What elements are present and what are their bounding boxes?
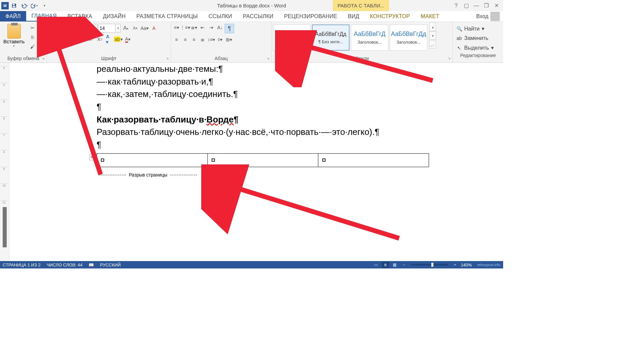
multilevel-list-button[interactable]: ≣▾ <box>190 24 198 31</box>
styles-scroll-down[interactable]: ▾ <box>429 31 436 40</box>
restore-button[interactable]: ❐ <box>482 1 491 10</box>
style-heading-2[interactable]: АаБбВвГгДдЗаголовок... <box>390 24 427 51</box>
align-right-button[interactable]: ≡ <box>190 36 198 43</box>
styles-gallery[interactable]: АаБбВвГгДдОбычный АаБбВвГгДд¶ Без инте..… <box>273 22 427 51</box>
line-spacing-button[interactable]: ↕≡▾ <box>207 36 215 43</box>
status-proofing-icon[interactable]: 📖 <box>89 262 94 267</box>
styles-launcher[interactable]: ↘ <box>448 56 450 60</box>
change-case-button[interactable]: Aa▾ <box>140 24 149 32</box>
align-left-button[interactable]: ≡ <box>172 36 180 43</box>
clear-formatting-button[interactable]: A <box>150 24 158 32</box>
shading-button[interactable]: ◊▾ <box>216 36 224 43</box>
status-page[interactable]: СТРАНИЦА 1 ИЗ 2 <box>3 262 41 267</box>
style-no-spacing[interactable]: АаБбВвГгДд¶ Без инте... <box>312 24 350 51</box>
table-row[interactable]: ¤ ¤ ¤ <box>97 153 429 167</box>
table-move-handle-icon[interactable]: ✥ <box>89 154 95 160</box>
font-name-dropdown[interactable]: ▾ <box>93 24 97 33</box>
zoom-in-button[interactable]: + <box>451 262 459 268</box>
status-language[interactable]: РУССКИЙ <box>100 262 121 267</box>
font-name-combobox[interactable]: Calibri (Осно <box>48 24 92 33</box>
font-color-button[interactable]: A ▾ <box>123 35 132 43</box>
qat-customize-button[interactable]: ▾ <box>40 1 49 10</box>
underline-button[interactable]: Ч ▾ <box>67 35 76 43</box>
tab-home[interactable]: ГЛАВНАЯ <box>26 11 62 21</box>
find-button[interactable]: 🔍Найти ▾ <box>454 24 502 33</box>
decrease-indent-button[interactable]: ⇤ <box>199 24 207 31</box>
highlight-button[interactable]: ab▾ <box>114 35 123 43</box>
cut-button[interactable]: ✂ <box>28 24 37 32</box>
view-read-mode[interactable]: ▭ <box>372 262 380 268</box>
minimize-button[interactable]: — <box>472 1 481 10</box>
tab-view[interactable]: ВИД <box>342 11 365 21</box>
align-center-button[interactable]: ≡ <box>181 36 189 43</box>
doc-line[interactable]: Разорвать·таблицу·очень·легко·(у·нас·всё… <box>97 126 479 139</box>
document-table[interactable]: ¤ ¤ ¤ <box>97 153 429 167</box>
word-app-icon[interactable]: W <box>1 2 9 9</box>
bold-button[interactable]: К <box>48 35 57 43</box>
justify-button[interactable]: ≣ <box>199 36 207 43</box>
format-painter-button[interactable]: 🖌 <box>28 43 37 51</box>
view-web-layout[interactable]: ▦ <box>391 262 398 268</box>
doc-line[interactable]: —·как·таблицу·разорвать·и,¶ <box>97 76 479 88</box>
paragraph-launcher[interactable]: ↘ <box>267 56 269 60</box>
italic-button[interactable]: К <box>58 35 66 43</box>
doc-line[interactable]: ¶ <box>97 139 479 151</box>
show-hide-marks-button[interactable]: ¶ <box>225 24 234 33</box>
table-cell[interactable]: ¤ <box>97 153 208 167</box>
zoom-level[interactable]: 140% <box>461 262 472 267</box>
subscript-button[interactable]: X2 <box>86 35 95 43</box>
shrink-font-button[interactable]: A▾ <box>131 24 140 32</box>
undo-button[interactable]: ▾ <box>19 1 29 10</box>
help-button[interactable]: ? <box>451 1 461 10</box>
superscript-button[interactable]: X2 <box>95 35 104 43</box>
style-heading-1[interactable]: АаБбВвГгДЗаголовок... <box>351 24 388 51</box>
styles-scroll-up[interactable]: ▴ <box>429 22 436 31</box>
document-area[interactable]: реально·актуальны·две·темы:¶ —·как·табли… <box>9 63 503 261</box>
save-button[interactable] <box>9 1 19 10</box>
font-size-combobox[interactable]: 14 <box>98 24 115 33</box>
font-launcher[interactable]: ↘ <box>166 56 169 60</box>
document-page[interactable]: реально·актуальны·две·темы:¶ —·как·табли… <box>43 63 479 181</box>
borders-button[interactable]: ⊞▾ <box>225 36 233 43</box>
numbering-button[interactable]: ⋮≡▾ <box>181 24 189 31</box>
table-cell[interactable]: ¤ <box>208 153 318 167</box>
text-effects-button[interactable]: A ▾ <box>105 35 113 43</box>
tab-insert[interactable]: ВСТАВКА <box>62 11 98 21</box>
grow-font-button[interactable]: A▴ <box>121 24 130 32</box>
tab-review[interactable]: РЕЦЕНЗИРОВАНИЕ <box>279 11 342 21</box>
zoom-out-button[interactable]: − <box>400 262 408 268</box>
redo-button[interactable]: ▾ <box>30 1 39 10</box>
tab-file[interactable]: ФАЙЛ <box>0 11 26 21</box>
close-button[interactable]: ✕ <box>492 1 501 10</box>
copy-button[interactable]: ⎘ <box>28 33 37 41</box>
increase-indent-button[interactable]: ⇥ <box>207 24 215 31</box>
page-break-indicator[interactable]: Разрыв страницы¶ <box>97 170 479 181</box>
table-cell[interactable]: ¤ <box>318 153 429 167</box>
bullets-button[interactable]: ≡▾ <box>172 24 180 31</box>
vertical-ruler[interactable]: 3 4 5 6 7 8 9 10 11 <box>0 63 9 261</box>
clipboard-launcher[interactable]: ↘ <box>42 56 45 60</box>
doc-line[interactable]: —·как,·затем,·таблицу·соединить.¶ <box>97 88 479 101</box>
tab-mailings[interactable]: РАССЫЛКИ <box>237 11 279 21</box>
ribbon-display-options-button[interactable]: ▢ <box>462 1 471 10</box>
zoom-slider[interactable] <box>411 264 448 265</box>
view-print-layout[interactable]: ≣ <box>382 262 389 268</box>
replace-button[interactable]: abЗаменить <box>454 34 502 42</box>
select-button[interactable]: ↖Выделить ▾ <box>454 44 502 52</box>
paste-button[interactable]: Вставить ▾ <box>1 22 27 49</box>
status-word-count[interactable]: ЧИСЛО СЛОВ: 44 <box>47 262 83 267</box>
tab-table-constructor[interactable]: КОНСТРУКТОР <box>365 11 415 21</box>
font-size-dropdown[interactable]: ▾ <box>116 24 121 33</box>
tab-design[interactable]: ДИЗАЙН <box>98 11 131 21</box>
doc-line[interactable]: ¶ <box>97 101 479 113</box>
doc-line[interactable]: реально·актуальны·две·темы:¶ <box>97 63 479 76</box>
strikethrough-button[interactable]: abc <box>76 35 85 43</box>
style-normal[interactable]: АаБбВвГгДдОбычный <box>273 24 311 51</box>
tab-table-layout[interactable]: МАКЕТ <box>415 11 444 21</box>
tab-page-layout[interactable]: РАЗМЕТКА СТРАНИЦЫ <box>131 11 203 21</box>
tab-references[interactable]: ССЫЛКИ <box>203 11 237 21</box>
styles-expand[interactable]: ⎯▾ <box>429 40 436 49</box>
sort-button[interactable]: A↓ <box>216 24 224 31</box>
doc-heading[interactable]: Как·разорвать·таблицу·в·Ворде¶ <box>97 113 479 126</box>
sign-in-button[interactable]: Вход <box>473 11 503 21</box>
